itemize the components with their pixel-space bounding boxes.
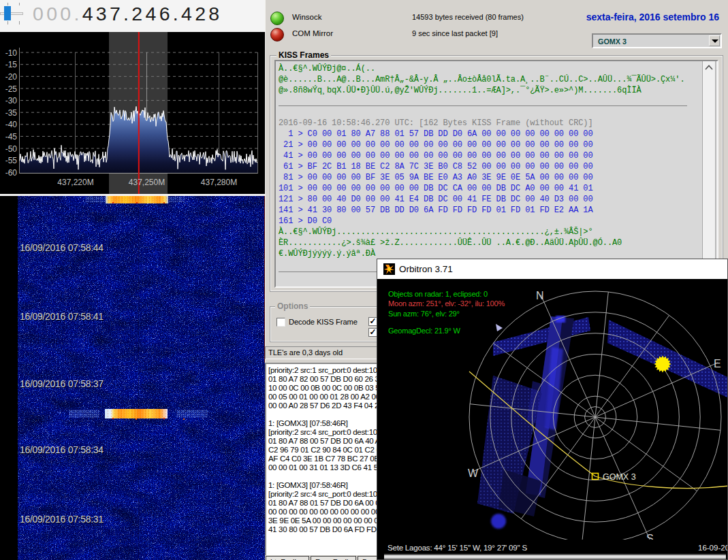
svg-text:-20: -20	[5, 72, 18, 82]
svg-text:437,250M: 437,250M	[129, 178, 165, 187]
svg-text:-50: -50	[5, 144, 18, 154]
svg-text:W: W	[468, 467, 479, 479]
svg-text:GOMX 3: GOMX 3	[603, 472, 636, 482]
svg-text:437,220M: 437,220M	[57, 178, 93, 187]
svg-text:-10: -10	[5, 48, 18, 58]
svg-text:-55: -55	[5, 156, 18, 165]
svg-text:437,280M: 437,280M	[201, 178, 237, 187]
svg-text:-25: -25	[5, 84, 18, 94]
svg-text:-35: -35	[5, 108, 18, 118]
svg-text:-30: -30	[5, 96, 18, 105]
svg-text:-60: -60	[5, 168, 18, 178]
svg-text:-15: -15	[5, 60, 18, 69]
svg-text:-45: -45	[5, 132, 18, 142]
svg-text:E: E	[714, 358, 721, 369]
svg-text:-40: -40	[5, 120, 18, 129]
svg-text:N: N	[536, 290, 544, 301]
